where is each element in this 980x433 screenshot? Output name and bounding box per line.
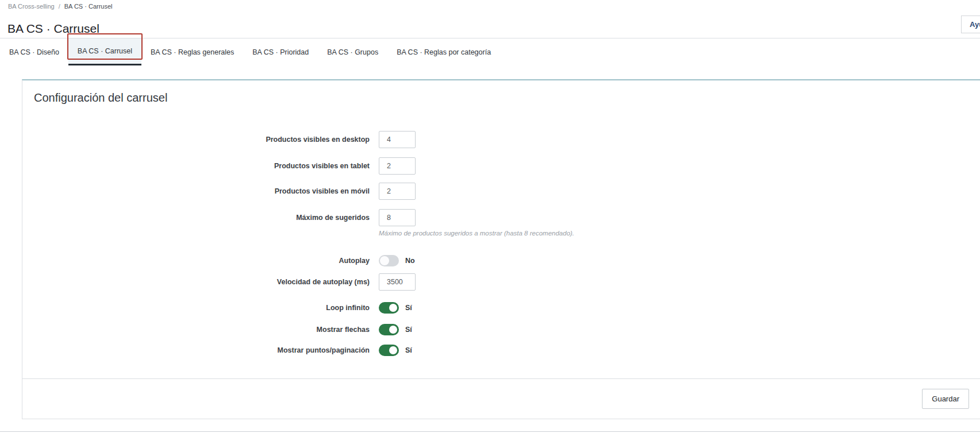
autoplay-label: Autoplay bbox=[22, 257, 379, 265]
show-arrows-state-label: Sí bbox=[405, 326, 412, 334]
form-row: Autoplay No bbox=[22, 255, 980, 266]
max-suggested-label: Máximo de sugeridos bbox=[22, 214, 379, 222]
tab-strip: BA CS · Diseño BA CS · Carrusel BA CS · … bbox=[0, 38, 980, 65]
tab-label: BA CS · Reglas generales bbox=[151, 48, 234, 56]
card-title: Configuración del carrusel bbox=[34, 90, 980, 106]
tab-label: BA CS · Carrusel bbox=[78, 47, 132, 55]
products-mobile-input[interactable] bbox=[379, 183, 416, 200]
tab-label: BA CS · Diseño bbox=[9, 48, 59, 56]
toggle-knob bbox=[388, 324, 398, 335]
breadcrumb-separator: / bbox=[59, 3, 60, 10]
products-mobile-label: Productos visibles en móvil bbox=[22, 187, 379, 195]
carousel-settings-card: Configuración del carrusel Productos vis… bbox=[22, 79, 980, 419]
help-button[interactable]: Ayuda bbox=[961, 16, 980, 33]
form-row: Loop infinito Sí bbox=[22, 302, 980, 314]
show-dots-state-label: Sí bbox=[405, 346, 412, 354]
show-arrows-label: Mostrar flechas bbox=[22, 326, 379, 334]
page-bottom-divider bbox=[0, 431, 980, 432]
form-row: Mostrar puntos/paginación Sí bbox=[22, 345, 980, 356]
max-suggested-help-text: Máximo de productos sugeridos a mostrar … bbox=[379, 230, 980, 237]
card-footer: Guardar bbox=[22, 378, 980, 419]
infinite-loop-state-label: Sí bbox=[405, 304, 412, 312]
products-tablet-label: Productos visibles en tablet bbox=[22, 162, 379, 170]
toggle-knob bbox=[380, 256, 389, 265]
tab-ba-cs-prioridad[interactable]: BA CS · Prioridad bbox=[243, 38, 318, 65]
infinite-loop-label: Loop infinito bbox=[22, 304, 379, 312]
form-row: Productos visibles en tablet bbox=[22, 157, 980, 175]
tab-label: BA CS · Prioridad bbox=[252, 48, 309, 56]
save-button[interactable]: Guardar bbox=[922, 389, 969, 409]
tab-ba-cs-reglas-por-categoria[interactable]: BA CS · Reglas por categoría bbox=[387, 38, 500, 65]
autoplay-speed-input[interactable] bbox=[379, 273, 416, 291]
max-suggested-input[interactable] bbox=[379, 209, 416, 226]
form-row: Productos visibles en desktop bbox=[22, 131, 980, 148]
carousel-settings-form: Productos visibles en desktop Productos … bbox=[22, 131, 980, 356]
tab-ba-cs-carrusel[interactable]: BA CS · Carrusel bbox=[68, 38, 141, 65]
page-title: BA CS · Carrusel bbox=[7, 22, 99, 36]
form-row: Productos visibles en móvil bbox=[22, 183, 980, 200]
breadcrumb-item-root[interactable]: BA Cross-selling bbox=[8, 3, 55, 10]
autoplay-state-label: No bbox=[405, 257, 415, 265]
toggle-knob bbox=[388, 303, 398, 313]
tab-label: BA CS · Reglas por categoría bbox=[397, 48, 491, 56]
form-row: Velocidad de autoplay (ms) bbox=[22, 273, 980, 291]
show-dots-toggle[interactable] bbox=[379, 345, 399, 356]
tab-ba-cs-grupos[interactable]: BA CS · Grupos bbox=[318, 38, 387, 65]
toggle-knob bbox=[388, 345, 398, 355]
products-tablet-input[interactable] bbox=[379, 157, 416, 175]
tab-ba-cs-reglas-generales[interactable]: BA CS · Reglas generales bbox=[141, 38, 243, 65]
products-desktop-input[interactable] bbox=[379, 131, 416, 148]
products-desktop-label: Productos visibles en desktop bbox=[22, 136, 379, 144]
form-row: Mostrar flechas Sí bbox=[22, 324, 980, 335]
autoplay-toggle[interactable] bbox=[379, 255, 399, 266]
infinite-loop-toggle[interactable] bbox=[379, 302, 399, 314]
autoplay-speed-label: Velocidad de autoplay (ms) bbox=[22, 278, 379, 286]
breadcrumb-item-current: BA CS · Carrusel bbox=[64, 3, 113, 10]
show-dots-label: Mostrar puntos/paginación bbox=[22, 346, 379, 354]
red-highlight-box bbox=[67, 33, 143, 60]
tab-label: BA CS · Grupos bbox=[327, 48, 378, 56]
tab-ba-cs-diseno[interactable]: BA CS · Diseño bbox=[0, 38, 68, 65]
show-arrows-toggle[interactable] bbox=[379, 324, 399, 335]
breadcrumb: BA Cross-selling / BA CS · Carrusel bbox=[8, 3, 113, 10]
form-row: Máximo de sugeridos bbox=[22, 209, 980, 226]
